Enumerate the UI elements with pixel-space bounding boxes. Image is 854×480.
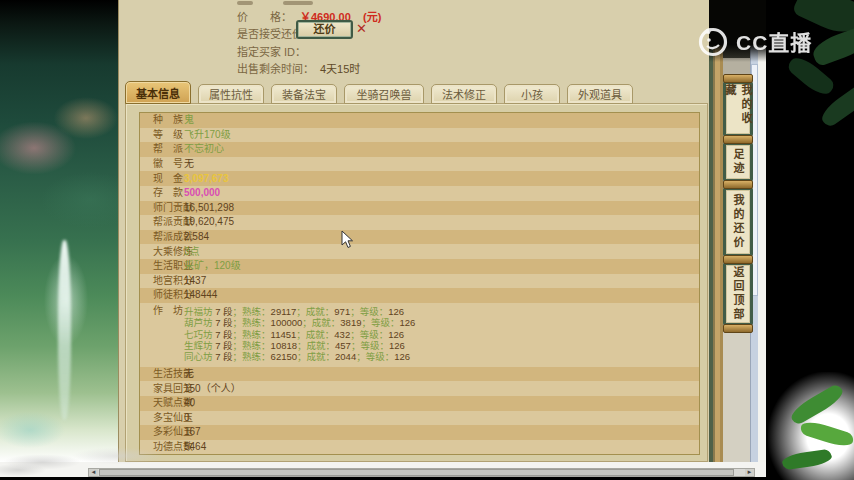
sidebar-item-my-counteroffer[interactable]: 我的还价: [723, 187, 753, 257]
row-label: 徽 号: [140, 159, 184, 169]
table-row: 作 坊升福坊 7 段；熟练：29117；成就：971；等级：126葫芦坊 7 段…: [140, 303, 699, 367]
row-value: 19,620,475: [184, 217, 234, 227]
row-value: 2,584: [184, 232, 209, 242]
scroll-arrow-right-icon[interactable]: ►: [745, 469, 754, 476]
scroll-knob: [723, 255, 753, 264]
row-value: 3点: [184, 247, 200, 257]
page-content: 价 格： ￥4690.00 (元) 是否接受还价： 还价 ✕ 指定买家 ID： …: [118, 0, 709, 462]
row-label: 地宫积分: [140, 276, 184, 286]
tab-appearance-items[interactable]: 外观道具: [567, 84, 633, 104]
table-row: 功德点数5464: [140, 440, 699, 455]
sidebar-item-back-to-top[interactable]: 返回顶部: [723, 262, 753, 326]
clipped-row-fragment: [283, 1, 313, 5]
row-value: 无: [184, 369, 194, 379]
info-panel: 种 族鬼等 级飞升170级帮 派不忘初心徽 号无现 金3,097,673存 款5…: [125, 103, 708, 462]
bargain-button[interactable]: 还价: [296, 20, 353, 39]
row-label: 多宝仙玉: [140, 413, 184, 423]
table-row: 多宝仙玉0: [140, 411, 699, 426]
horizontal-scrollbar[interactable]: ◄ ►: [88, 468, 755, 477]
table-row: 生活技能无: [140, 367, 699, 382]
table-row: 师门贡献16,501,298: [140, 201, 699, 216]
row-value: 无: [184, 159, 194, 169]
sidebar-item-label: 我的收藏: [722, 84, 754, 134]
row-value: 0: [184, 413, 190, 423]
workshop-line: 葫芦坊 7 段；熟练：100000；成就：3819；等级：126: [184, 317, 415, 328]
row-label: 家具回笼: [140, 384, 184, 394]
table-row: 帮派成就2,584: [140, 230, 699, 245]
sidebar-item-label: 足迹: [730, 148, 746, 176]
cc-logo-icon: [696, 24, 730, 58]
cc-logo-text: CC直播: [736, 26, 812, 56]
mouse-cursor-icon: [341, 230, 354, 253]
workshop-line: 七巧坊 7 段；熟练：11451；成就：432；等级：126: [184, 329, 415, 340]
screen: 价 格： ￥4690.00 (元) 是否接受还价： 还价 ✕ 指定买家 ID： …: [0, 0, 854, 480]
scroll-knob: [723, 74, 753, 83]
tab-bar: 基本信息属性抗性装备法宝坐骑召唤兽法术修正小孩外观道具: [125, 81, 633, 104]
workshop-line: 升福坊 7 段；熟练：29117；成就：971；等级：126: [184, 306, 415, 317]
sidebar-item-label: 返回顶部: [730, 266, 746, 322]
info-table: 种 族鬼等 级飞升170级帮 派不忘初心徽 号无现 金3,097,673存 款5…: [139, 112, 700, 455]
row-label: 大乘修炼: [140, 247, 184, 257]
row-value: 飞升170级: [184, 130, 231, 140]
row-label: 帮派成就: [140, 232, 184, 242]
table-row: 天赋点数40: [140, 396, 699, 411]
row-label: 生活职业: [140, 261, 184, 271]
row-value: 150（个人）: [184, 384, 241, 394]
row-value: 不忘初心: [184, 144, 224, 154]
row-value: 采矿，120级: [184, 261, 241, 271]
row-label: 作 坊: [140, 306, 184, 316]
scroll-knob: [723, 135, 753, 144]
table-row: 生活职业采矿，120级: [140, 259, 699, 274]
row-value: 16,501,298: [184, 203, 234, 213]
row-label: 现 金: [140, 174, 184, 184]
scroll-arrow-left-icon[interactable]: ◄: [89, 469, 98, 476]
buyer-id-label: 指定买家 ID：: [237, 43, 306, 59]
tab-mount-summon[interactable]: 坐骑召唤兽: [344, 84, 424, 104]
tab-attributes-resistance[interactable]: 属性抗性: [198, 84, 264, 104]
row-label: 等 级: [140, 130, 184, 140]
row-value: 鬼: [184, 115, 194, 125]
clipped-row-fragment: [237, 1, 253, 5]
workshop-lines: 升福坊 7 段；熟练：29117；成就：971；等级：126葫芦坊 7 段；熟练…: [184, 306, 415, 363]
row-label: 多彩仙玉: [140, 427, 184, 437]
sale-time-value: 4天15时: [320, 60, 360, 76]
row-label: 种 族: [140, 115, 184, 125]
table-row: 等 级飞升170级: [140, 128, 699, 143]
table-row: 帮 派不忘初心: [140, 142, 699, 157]
row-value: 500,000: [184, 188, 220, 198]
table-row: 存 款500,000: [140, 186, 699, 201]
sidebar-item-my-collection[interactable]: 我的收藏: [723, 81, 753, 137]
table-row: 现 金3,097,673: [140, 171, 699, 186]
table-row: 帮派贡献19,620,475: [140, 215, 699, 230]
row-label: 师门贡献: [140, 203, 184, 213]
row-label: 生活技能: [140, 369, 184, 379]
scroll-knob: [723, 324, 753, 333]
workshop-line: 生辉坊 7 段；熟练：10818；成就：457；等级：126: [184, 340, 415, 351]
table-row: 大乘修炼3点: [140, 244, 699, 259]
landscape-art: [0, 0, 118, 462]
side-nav: 我的收藏足迹我的还价返回顶部: [722, 76, 754, 331]
page-border-art: [709, 0, 723, 462]
row-value: 40: [184, 398, 195, 408]
table-row: 地宫积分1437: [140, 274, 699, 289]
row-value: 148444: [184, 290, 217, 300]
page-edge: [758, 0, 766, 477]
tab-children[interactable]: 小孩: [504, 84, 560, 104]
sidebar-item-label: 我的还价: [730, 194, 746, 250]
table-row: 家具回笼150（个人）: [140, 381, 699, 396]
table-row: 多彩仙玉167: [140, 425, 699, 440]
row-label: 帮 派: [140, 144, 184, 154]
table-row: 师徒积分148444: [140, 288, 699, 303]
workshop-line: 同心坊 7 段；熟练：62150；成就：2044；等级：126: [184, 351, 415, 362]
tab-basic-info[interactable]: 基本信息: [125, 81, 191, 104]
row-value: 167: [184, 427, 201, 437]
tab-spell-correction[interactable]: 法术修正: [431, 84, 497, 104]
row-value: 1437: [184, 276, 206, 286]
row-label: 存 款: [140, 188, 184, 198]
table-row: 徽 号无: [140, 157, 699, 172]
tab-equipment-treasure[interactable]: 装备法宝: [271, 84, 337, 104]
row-value: 3,097,673: [184, 174, 229, 184]
horizontal-scrollbar-thumb[interactable]: [99, 469, 734, 476]
sidebar-item-footprints[interactable]: 足迹: [723, 142, 753, 182]
price-label: 价 格：: [237, 8, 292, 24]
